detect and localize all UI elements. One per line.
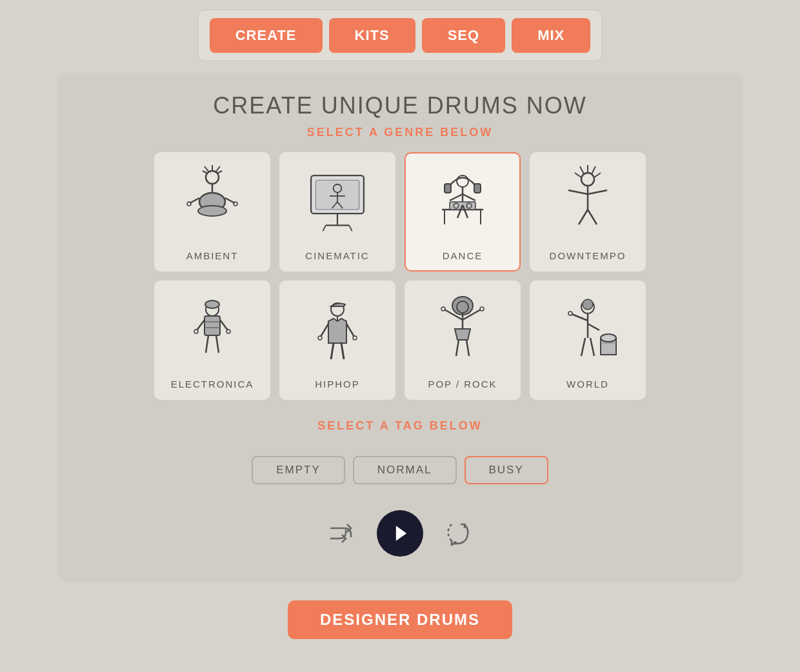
repeat-button[interactable] (443, 518, 474, 549)
svg-point-64 (318, 336, 322, 340)
pop-rock-label: POP / ROCK (428, 379, 497, 390)
svg-line-46 (588, 190, 607, 194)
nav-mix-button[interactable]: MIX (512, 18, 590, 53)
svg-line-7 (190, 198, 199, 203)
svg-line-76 (466, 340, 469, 356)
cinematic-icon-area (305, 153, 370, 250)
shuffle-button[interactable] (326, 518, 357, 549)
genre-pop-rock[interactable]: POP / ROCK (405, 281, 521, 400)
tag-busy-button[interactable]: BUSY (465, 456, 548, 484)
cinematic-icon (305, 163, 370, 241)
svg-point-73 (480, 307, 484, 311)
svg-line-28 (450, 194, 463, 201)
play-icon (392, 524, 410, 542)
tag-section: SELECT A TAG BELOW EMPTY NORMAL BUSY (252, 419, 548, 484)
genre-cinematic[interactable]: CINEMATIC (279, 152, 395, 272)
genre-downtempo[interactable]: DOWNTEMPO (530, 152, 646, 272)
svg-line-66 (331, 343, 334, 359)
svg-line-55 (220, 320, 228, 330)
nav-kits-button[interactable]: KITS (329, 18, 415, 53)
svg-point-72 (441, 307, 445, 311)
ambient-icon (180, 163, 245, 241)
tag-buttons: EMPTY NORMAL BUSY (252, 456, 548, 484)
svg-point-57 (226, 330, 230, 333)
svg-line-23 (349, 225, 352, 231)
svg-point-85 (601, 334, 616, 342)
downtempo-icon-area (555, 153, 620, 250)
pop-rock-icon (430, 292, 495, 369)
repeat-icon (443, 518, 474, 549)
svg-line-3 (215, 166, 220, 172)
svg-line-63 (346, 324, 354, 337)
svg-line-80 (572, 314, 588, 321)
svg-line-5 (217, 171, 222, 173)
svg-marker-89 (396, 526, 406, 540)
genre-electronica[interactable]: ELECTRONICA (154, 281, 270, 400)
electronica-icon-area (180, 282, 245, 379)
svg-point-78 (583, 299, 593, 310)
controls (326, 510, 474, 557)
shuffle-icon (326, 518, 357, 549)
svg-line-8 (225, 198, 235, 203)
tag-normal-button[interactable]: NORMAL (353, 456, 457, 484)
genre-world[interactable]: WORLD (530, 281, 646, 400)
svg-line-54 (197, 320, 205, 330)
svg-point-10 (234, 202, 237, 206)
genre-hiphop[interactable]: HIPHOP (279, 281, 395, 400)
svg-line-48 (588, 210, 597, 224)
nav-seq-button[interactable]: SEQ (422, 18, 505, 53)
ambient-label: AMBIENT (186, 250, 239, 261)
svg-line-62 (321, 324, 328, 337)
svg-line-47 (579, 210, 588, 224)
downtempo-icon (555, 163, 620, 241)
hiphop-label: HIPHOP (315, 379, 360, 390)
genre-ambient[interactable]: AMBIENT (154, 152, 270, 272)
main-panel: CREATE UNIQUE DRUMS NOW SELECT A GENRE B… (58, 73, 742, 582)
svg-rect-24 (445, 184, 451, 193)
genre-grid: AMBIENT (154, 152, 646, 400)
svg-point-56 (194, 330, 198, 333)
svg-line-45 (568, 190, 588, 194)
svg-line-42 (594, 173, 601, 177)
page-title: CREATE UNIQUE DRUMS NOW (213, 92, 586, 119)
electronica-icon (180, 292, 245, 369)
genre-dance[interactable]: DANCE (405, 152, 521, 272)
svg-line-22 (323, 225, 326, 231)
svg-line-59 (216, 335, 219, 353)
svg-line-41 (592, 166, 595, 174)
svg-line-87 (581, 338, 585, 356)
world-icon (555, 292, 620, 369)
tag-section-label: SELECT A TAG BELOW (317, 419, 482, 433)
electronica-label: ELECTRONICA (171, 379, 254, 390)
downtempo-label: DOWNTEMPO (550, 250, 626, 261)
dance-label: DANCE (443, 250, 483, 261)
play-button[interactable] (377, 510, 423, 557)
world-icon-area (555, 282, 620, 379)
ambient-icon-area (180, 153, 245, 250)
genre-section-label: SELECT A GENRE BELOW (307, 126, 494, 139)
svg-point-65 (353, 336, 357, 340)
brand-button[interactable]: DESIGNER DRUMS (288, 600, 512, 639)
cinematic-label: CINEMATIC (305, 250, 369, 261)
tag-empty-button[interactable]: EMPTY (252, 456, 345, 484)
dance-icon (430, 163, 495, 241)
svg-line-75 (456, 340, 459, 356)
dance-icon-area (430, 153, 495, 250)
hiphop-icon-area (305, 282, 370, 379)
svg-rect-51 (205, 316, 220, 335)
svg-point-9 (187, 202, 191, 206)
svg-line-43 (575, 173, 581, 177)
svg-line-1 (205, 166, 209, 172)
svg-line-81 (588, 324, 599, 330)
svg-point-68 (452, 297, 473, 315)
svg-line-67 (341, 343, 344, 359)
svg-line-58 (206, 335, 208, 353)
svg-rect-25 (474, 184, 481, 193)
svg-line-39 (580, 166, 584, 174)
svg-point-82 (568, 311, 572, 315)
nav-create-button[interactable]: CREATE (210, 18, 323, 53)
nav-bar: CREATE KITS SEQ MIX (197, 10, 603, 61)
svg-line-29 (463, 194, 475, 201)
svg-line-88 (590, 338, 594, 356)
pop-rock-icon-area (430, 282, 495, 379)
